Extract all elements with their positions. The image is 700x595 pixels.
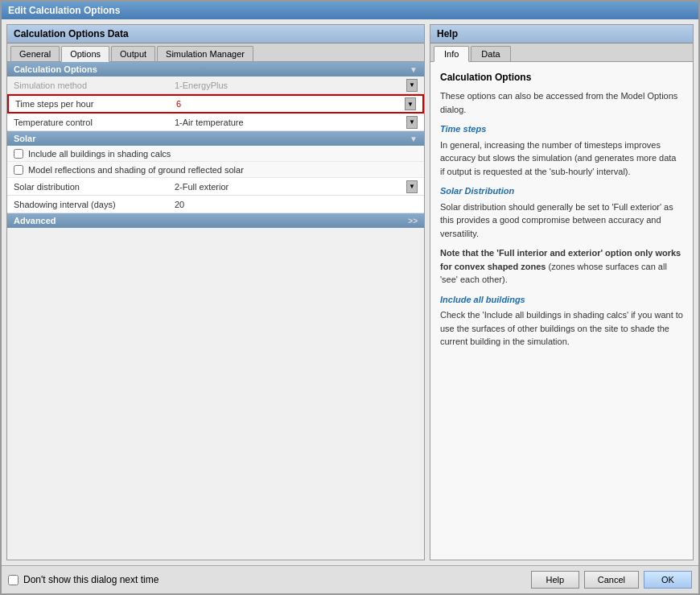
temperature-control-row: Temperature control 1-Air temperature ▼ — [7, 114, 424, 131]
dont-show-checkbox[interactable] — [8, 575, 19, 585]
include-buildings-label: Include all buildings in shading calcs — [28, 149, 171, 159]
tab-options[interactable]: Options — [61, 46, 109, 62]
tab-simulation-manager[interactable]: Simulation Manager — [157, 46, 253, 61]
tab-output[interactable]: Output — [111, 46, 155, 61]
cancel-button[interactable]: Cancel — [584, 571, 639, 589]
simulation-method-value: 1-EnergyPlus — [175, 81, 406, 90]
bottom-bar: Don't show this dialog next time Help Ca… — [2, 565, 698, 593]
calculation-options-section-header: Calculation Options ▼ — [7, 62, 424, 76]
help-main-title: Calculation Options — [440, 70, 683, 85]
left-panel-header: Calculation Options Data — [7, 25, 424, 43]
help-tab-data[interactable]: Data — [471, 46, 510, 61]
simulation-method-label: Simulation method — [14, 81, 175, 90]
right-panel-title: Help — [437, 28, 458, 39]
right-panel-header: Help — [430, 25, 693, 43]
solar-expand-icon[interactable]: ▼ — [410, 134, 418, 143]
include-buildings-row[interactable]: Include all buildings in shading calcs — [7, 146, 424, 162]
shadowing-interval-label: Shadowing interval (days) — [14, 200, 175, 209]
help-solar-dist-title: Solar Distribution — [440, 184, 683, 198]
time-steps-dropdown-arrow[interactable]: ▼ — [405, 97, 416, 110]
solar-distribution-label: Solar distribution — [14, 182, 175, 192]
dont-show-label: Don't show this dialog next time — [23, 574, 159, 585]
time-steps-dropdown[interactable]: 6 ▼ — [176, 97, 416, 110]
simulation-method-dropdown-arrow[interactable]: ▼ — [406, 79, 418, 92]
bottom-right: Help Cancel OK — [531, 571, 692, 589]
help-content: Calculation Options These options can al… — [430, 62, 693, 560]
include-buildings-checkbox[interactable] — [14, 149, 23, 159]
temperature-control-value: 1-Air temperature — [175, 118, 406, 127]
help-note-para: Note that the 'Full interior and exterio… — [440, 246, 683, 287]
advanced-section-label: Advanced — [14, 216, 408, 225]
temperature-control-dropdown[interactable]: 1-Air temperature ▼ — [175, 116, 418, 129]
simulation-method-row: Simulation method 1-EnergyPlus ▼ — [7, 76, 424, 94]
solar-distribution-dropdown-arrow[interactable]: ▼ — [406, 180, 418, 193]
advanced-expand-icon[interactable]: >> — [408, 217, 418, 225]
help-tab-info[interactable]: Info — [434, 46, 469, 62]
solar-section-label: Solar — [14, 134, 36, 143]
left-panel-title: Calculation Options Data — [14, 28, 129, 39]
bottom-left: Don't show this dialog next time — [8, 574, 531, 585]
solar-section-header: Solar ▼ — [7, 131, 424, 146]
shadowing-interval-row: Shadowing interval (days) 20 — [7, 196, 424, 213]
left-panel: Calculation Options Data General Options… — [6, 24, 425, 560]
temperature-control-dropdown-arrow[interactable]: ▼ — [406, 116, 418, 129]
solar-distribution-dropdown[interactable]: 2-Full exterior ▼ — [175, 180, 418, 193]
time-steps-label: Time steps per hour — [15, 99, 176, 109]
help-time-steps-text: In general, increasing the number of tim… — [440, 138, 683, 179]
model-reflections-label: Model reflections and shading of ground … — [28, 165, 244, 175]
advanced-section-header: Advanced >> — [7, 213, 424, 228]
solar-distribution-row: Solar distribution 2-Full exterior ▼ — [7, 178, 424, 196]
dialog-title: Edit Calculation Options — [8, 5, 120, 16]
model-reflections-row[interactable]: Model reflections and shading of ground … — [7, 162, 424, 178]
help-time-steps-title: Time steps — [440, 122, 683, 136]
help-button[interactable]: Help — [531, 571, 579, 589]
calculation-options-label: Calculation Options — [14, 64, 97, 74]
time-steps-row: Time steps per hour 6 ▼ — [7, 94, 424, 114]
help-intro: These options can also be accessed from … — [440, 89, 683, 116]
simulation-method-value-container: 1-EnergyPlus ▼ — [175, 79, 418, 92]
ok-button[interactable]: OK — [644, 571, 692, 589]
shadowing-interval-value: 20 — [175, 200, 418, 209]
time-steps-value: 6 — [176, 99, 405, 109]
right-panel: Help Info Data Calculation Options These… — [430, 24, 694, 560]
tabs-bar: General Options Output Simulation Manage… — [7, 43, 424, 62]
solar-distribution-value: 2-Full exterior — [175, 182, 406, 192]
help-include-buildings-title: Include all buildings — [440, 293, 683, 307]
left-panel-body: Calculation Options ▼ Simulation method … — [7, 62, 424, 560]
expand-icon[interactable]: ▼ — [410, 65, 418, 74]
help-tabs-bar: Info Data — [430, 43, 693, 62]
help-include-buildings-text: Check the 'Include all buildings in shad… — [440, 308, 683, 349]
dialog-titlebar: Edit Calculation Options — [2, 2, 698, 19]
temperature-control-label: Temperature control — [14, 118, 175, 127]
model-reflections-checkbox[interactable] — [14, 165, 23, 175]
help-solar-dist-text: Solar distribution should generally be s… — [440, 200, 683, 241]
tab-general[interactable]: General — [10, 46, 60, 61]
